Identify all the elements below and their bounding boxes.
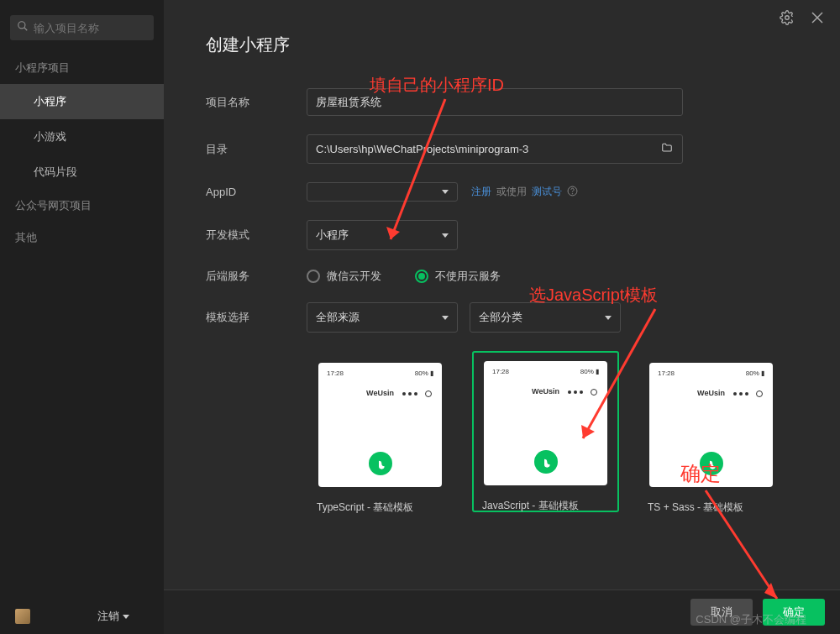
search-box[interactable] — [10, 15, 154, 40]
main-panel: 创建小程序 项目名称 目录 AppID 注册 或 — [164, 0, 840, 634]
folder-icon[interactable] — [660, 142, 674, 156]
nav-section-other: 其他 — [0, 222, 164, 254]
radio-circle-icon — [415, 270, 428, 283]
sidebar: 小程序项目 小程序 小游戏 代码片段 公众号网页项目 其他 注销 — [0, 0, 164, 634]
or-use-text: 或使用 — [496, 185, 527, 199]
mode-value: 小程序 — [316, 228, 349, 243]
thumb-header: WeUsin — [697, 389, 725, 397]
testid-link[interactable]: 测试号 — [532, 185, 562, 199]
logout-label: 注销 — [97, 609, 119, 624]
search-icon — [17, 20, 29, 35]
template-list: 17:2880% ▮ WeUsin TypeScript - 基础模板 17:2… — [307, 351, 798, 515]
nav-section-official: 公众号网页项目 — [0, 190, 164, 222]
svg-line-1 — [24, 28, 28, 31]
radio-circle-icon — [307, 270, 320, 283]
label-template: 模板选择 — [206, 310, 307, 325]
search-input[interactable] — [34, 22, 175, 34]
template-card-ts-sass[interactable]: 17:2880% ▮ WeUsin TS + Sass - 基础模板 — [638, 351, 785, 515]
sidebar-item-snippet[interactable]: 代码片段 — [0, 155, 164, 190]
thumb-battery: 80% ▮ — [746, 369, 764, 377]
template-card-typescript[interactable]: 17:2880% ▮ WeUsin TypeScript - 基础模板 — [307, 351, 454, 515]
input-directory[interactable] — [307, 134, 683, 164]
thumb-time: 17:28 — [658, 369, 675, 377]
wechat-logo-icon — [700, 452, 723, 475]
close-icon[interactable] — [810, 10, 825, 29]
radio-cloud[interactable]: 微信云开发 — [307, 269, 381, 284]
watermark: CSDN @子木不会编程 — [696, 612, 806, 627]
select-source[interactable]: 全部来源 — [307, 302, 458, 333]
template-card-javascript[interactable]: 17:2880% ▮ WeUsin JavaScript - 基础模板 — [472, 351, 619, 515]
wechat-logo-icon — [369, 452, 392, 475]
label-appid: AppID — [206, 186, 307, 198]
sidebar-item-minigame[interactable]: 小游戏 — [0, 119, 164, 155]
sidebar-item-miniprogram[interactable]: 小程序 — [0, 84, 164, 119]
thumb-time: 17:28 — [492, 368, 509, 375]
label-backend: 后端服务 — [206, 269, 307, 284]
template-label: TypeScript - 基础模板 — [307, 500, 454, 515]
backend-radio-group: 微信云开发 不使用云服务 — [307, 269, 501, 284]
select-mode[interactable]: 小程序 — [307, 220, 458, 250]
page-title: 创建小程序 — [206, 34, 798, 56]
topbar — [780, 10, 825, 29]
label-mode: 开发模式 — [206, 228, 307, 243]
radio-nocloud-label: 不使用云服务 — [435, 269, 501, 284]
appid-hint: 注册 或使用 测试号 — [471, 185, 578, 199]
thumb-header: WeUsin — [532, 387, 559, 396]
thumb-time: 17:28 — [327, 369, 344, 377]
radio-no-cloud[interactable]: 不使用云服务 — [415, 269, 501, 284]
svg-point-0 — [18, 22, 25, 29]
source-value: 全部来源 — [316, 310, 360, 325]
gear-icon[interactable] — [780, 10, 795, 29]
logout-button[interactable]: 注销 — [97, 609, 129, 624]
svg-point-2 — [785, 16, 790, 20]
register-link[interactable]: 注册 — [471, 185, 491, 199]
chevron-down-icon — [605, 316, 612, 320]
label-dir: 目录 — [206, 142, 307, 157]
category-value: 全部分类 — [479, 310, 522, 325]
wechat-logo-icon — [534, 450, 558, 474]
help-icon[interactable] — [567, 186, 578, 199]
thumb-header: WeUsin — [366, 389, 394, 397]
thumb-battery: 80% ▮ — [580, 368, 599, 375]
chevron-down-icon — [442, 233, 449, 238]
avatar[interactable] — [15, 609, 30, 624]
thumb-battery: 80% ▮ — [415, 369, 433, 377]
template-label: TS + Sass - 基础模板 — [638, 500, 785, 515]
chevron-down-icon — [123, 615, 129, 619]
chevron-down-icon — [442, 190, 449, 194]
label-name: 项目名称 — [206, 95, 307, 110]
radio-cloud-label: 微信云开发 — [327, 269, 381, 284]
chevron-down-icon — [442, 316, 449, 320]
select-category[interactable]: 全部分类 — [470, 302, 621, 333]
directory-field[interactable] — [316, 143, 660, 155]
svg-point-6 — [572, 193, 573, 194]
nav-section-miniprogram: 小程序项目 — [0, 52, 164, 84]
sidebar-footer: 注销 — [0, 599, 164, 634]
template-label: JavaScript - 基础模板 — [472, 499, 619, 513]
input-project-name[interactable] — [307, 88, 683, 116]
select-appid[interactable] — [307, 182, 458, 202]
project-name-field[interactable] — [316, 96, 674, 108]
